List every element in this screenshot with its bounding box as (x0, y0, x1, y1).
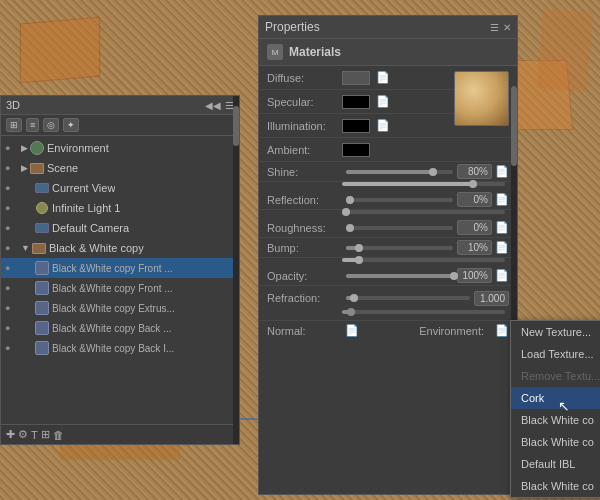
refraction-row: Refraction: 1.000 (259, 286, 517, 310)
collapse-icon[interactable]: ◀◀ (205, 100, 221, 111)
shine-sub-track[interactable] (342, 182, 505, 186)
visibility-icon[interactable]: ● (5, 223, 19, 233)
ctx-black-white-3[interactable]: Black White co (511, 475, 600, 497)
materials-tab-label: Materials (289, 45, 341, 59)
properties-scroll-thumb[interactable] (511, 86, 517, 166)
materials-icon: M (267, 44, 283, 60)
materials-tab[interactable]: M Materials (259, 39, 517, 66)
tree-item-default-camera[interactable]: ● Default Camera (1, 218, 239, 238)
refraction-thumb[interactable] (350, 294, 358, 302)
props-menu-icon[interactable]: ☰ (490, 22, 499, 33)
tree-item-bw-front1[interactable]: ● Black &White copy Front ... (1, 258, 239, 278)
ctx-black-white-1[interactable]: Black White co (511, 409, 600, 431)
visibility-icon[interactable]: ● (5, 243, 19, 253)
list-view-btn[interactable]: ≡ (26, 118, 39, 132)
shine-slider[interactable] (346, 170, 453, 174)
bump-sub-thumb[interactable] (355, 256, 363, 264)
visibility-icon[interactable]: ● (5, 163, 19, 173)
tree-item-scene[interactable]: ● ▶ Scene (1, 158, 239, 178)
scrollbar[interactable] (233, 96, 239, 444)
grid-view-btn[interactable]: ⊞ (6, 118, 22, 132)
visibility-icon[interactable]: ● (5, 343, 19, 353)
expand-icon[interactable]: ▼ (21, 243, 30, 253)
ambient-swatch[interactable] (342, 143, 370, 157)
delete-button[interactable]: 🗑 (53, 429, 64, 441)
props-close-icon[interactable]: ✕ (503, 22, 511, 33)
opacity-file-icon[interactable]: 📄 (495, 269, 509, 282)
shine-sub-fill (342, 182, 472, 186)
refraction-value: 1.000 (474, 291, 509, 306)
ctx-black-white-2[interactable]: Black White co (511, 431, 600, 453)
ctx-default-ibl[interactable]: Default IBL (511, 453, 600, 475)
diffuse-swatch[interactable] (342, 71, 370, 85)
settings-button[interactable]: ⚙ (18, 428, 28, 441)
expand-icon[interactable]: ▶ (21, 163, 28, 173)
tree-item-label: Current View (52, 182, 115, 194)
visibility-icon[interactable]: ● (5, 323, 19, 333)
tree-item-bw-front2[interactable]: ● Black &White copy Front ... (1, 278, 239, 298)
specular-label: Specular: (267, 96, 342, 108)
roughness-label: Roughness: (267, 222, 342, 234)
expand-icon[interactable]: ▶ (21, 143, 28, 153)
mesh-icon (35, 301, 49, 315)
ctx-cork[interactable]: Cork (511, 387, 600, 409)
roughness-thumb[interactable] (346, 224, 354, 232)
bump-file-icon[interactable]: 📄 (495, 241, 509, 254)
illumination-file-icon[interactable]: 📄 (376, 119, 390, 132)
opacity-row: Opacity: 100% 📄 (259, 266, 517, 286)
ctx-load-texture[interactable]: Load Texture... (511, 343, 600, 365)
opacity-thumb[interactable] (450, 272, 458, 280)
tree-item-bw-extrusion[interactable]: ● Black &White copy Extrus... (1, 298, 239, 318)
environment-file-icon[interactable]: 📄 (495, 324, 509, 337)
scroll-thumb[interactable] (233, 106, 239, 146)
normal-file-icon[interactable]: 📄 (345, 324, 359, 337)
tree-item-bw-back2[interactable]: ● Black &White copy Back I... (1, 338, 239, 358)
shine-sub-thumb[interactable] (469, 180, 477, 188)
camera-icon (35, 181, 49, 195)
refraction-sub-thumb[interactable] (347, 308, 355, 316)
bump-slider[interactable] (346, 246, 453, 250)
mesh-icon (35, 281, 49, 295)
refraction-slider[interactable] (346, 296, 470, 300)
visibility-icon[interactable]: ● (5, 263, 19, 273)
tree-item-bw-back1[interactable]: ● Black &White copy Back ... (1, 318, 239, 338)
light-btn[interactable]: ✦ (63, 118, 79, 132)
diffuse-file-icon[interactable]: 📄 (376, 71, 390, 84)
align-button[interactable]: ⊞ (41, 428, 50, 441)
specular-file-icon[interactable]: 📄 (376, 95, 390, 108)
refraction-sub-track[interactable] (342, 310, 505, 314)
tree-item-label: Black &White copy Back ... (52, 323, 172, 334)
tree-item-label: Environment (47, 142, 109, 154)
bump-label: Bump: (267, 242, 342, 254)
roughness-file-icon[interactable]: 📄 (495, 221, 509, 234)
visibility-icon[interactable]: ● (5, 183, 19, 193)
ctx-new-texture[interactable]: New Texture... (511, 321, 600, 343)
reflection-sub-track[interactable] (342, 210, 505, 214)
opacity-slider[interactable] (346, 274, 453, 278)
visibility-icon[interactable]: ● (5, 303, 19, 313)
normal-label: Normal: (267, 325, 342, 337)
roughness-slider[interactable] (346, 226, 453, 230)
text-button[interactable]: T (31, 429, 38, 441)
reflection-file-icon[interactable]: 📄 (495, 193, 509, 206)
visibility-icon[interactable]: ● (5, 143, 19, 153)
reflection-sub-thumb[interactable] (342, 208, 350, 216)
reflection-slider[interactable] (346, 198, 453, 202)
tree-item-environment[interactable]: ● ▶ Environment (1, 138, 239, 158)
tree-item-current-view[interactable]: ● Current View (1, 178, 239, 198)
visibility-icon[interactable]: ● (5, 283, 19, 293)
tree-item-bw-copy[interactable]: ● ▼ Black & White copy (1, 238, 239, 258)
specular-swatch[interactable] (342, 95, 370, 109)
shine-label: Shine: (267, 166, 342, 178)
shine-file-icon[interactable]: 📄 (495, 165, 509, 178)
eye-toggle-btn[interactable]: ◎ (43, 118, 59, 132)
illumination-swatch[interactable] (342, 119, 370, 133)
bump-thumb[interactable] (355, 244, 363, 252)
visibility-icon[interactable]: ● (5, 203, 19, 213)
add-button[interactable]: ✚ (6, 428, 15, 441)
reflection-value: 0% (457, 192, 492, 207)
shine-thumb[interactable] (429, 168, 437, 176)
reflection-thumb[interactable] (346, 196, 354, 204)
tree-item-infinite-light[interactable]: ● Infinite Light 1 (1, 198, 239, 218)
bump-sub-track[interactable] (342, 258, 505, 262)
